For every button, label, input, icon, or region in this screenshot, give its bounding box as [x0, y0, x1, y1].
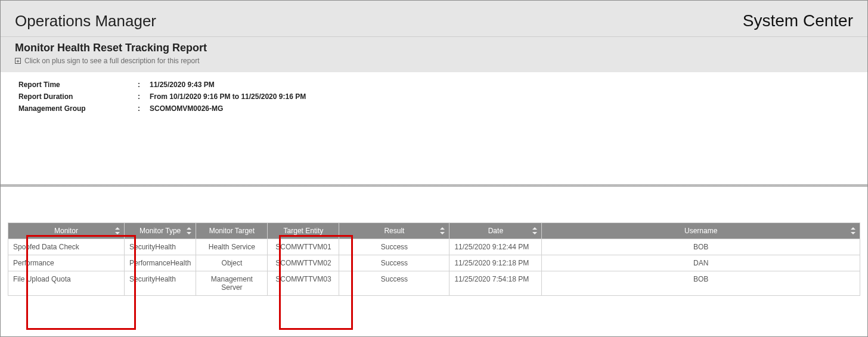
meta-value-duration: From 10/1/2020 9:16 PM to 11/25/2020 9:1…: [150, 92, 306, 101]
report-title: Monitor Health Reset Tracking Report: [15, 42, 853, 54]
results-table: Monitor Monitor Type Monitor Target Targ…: [8, 222, 860, 296]
cell-username: DAN: [542, 255, 860, 271]
meta-value-time: 11/25/2020 9:43 PM: [150, 81, 215, 89]
svg-marker-2: [187, 227, 191, 230]
cell-monitor: File Upload Quota: [8, 271, 125, 296]
table-row[interactable]: Performance PerformanceHealth Object SCO…: [8, 255, 860, 271]
cell-monitor: Spoofed Data Check: [8, 239, 125, 255]
col-date[interactable]: Date: [450, 223, 542, 239]
cell-username: BOB: [542, 271, 860, 296]
svg-marker-8: [851, 227, 855, 230]
svg-marker-7: [532, 232, 537, 234]
cell-target-entity: SCOMWTTVM03: [268, 271, 339, 296]
cell-target-entity: SCOMWTTVM02: [268, 255, 339, 271]
hint-row: + Click on plus sign to see a full descr…: [15, 57, 853, 65]
section-divider: [1, 184, 867, 187]
cell-monitor: Performance: [8, 255, 125, 271]
cell-result: Success: [339, 239, 450, 255]
cell-monitor-target: Object: [196, 255, 268, 271]
cell-date: 11/25/2020 7:54:18 PM: [450, 271, 542, 296]
sort-icon[interactable]: [850, 227, 856, 235]
cell-result: Success: [339, 271, 450, 296]
cell-monitor-type: SecurityHealth: [125, 271, 196, 296]
app-header: Operations Manager System Center: [1, 1, 867, 37]
meta-label-duration: Report Duration: [18, 92, 138, 101]
report-meta: Report Time : 11/25/2020 9:43 PM Report …: [1, 72, 867, 113]
col-monitor[interactable]: Monitor: [8, 223, 125, 239]
col-username[interactable]: Username: [542, 223, 860, 239]
cell-date: 11/25/2020 9:12:18 PM: [450, 255, 542, 271]
cell-monitor-target: Management Server: [196, 271, 268, 296]
col-monitor-type[interactable]: Monitor Type: [125, 223, 196, 239]
svg-marker-3: [187, 232, 191, 234]
svg-marker-0: [115, 227, 120, 230]
meta-value-mgmt-group: SCOMOMVM0026-MG: [150, 104, 223, 113]
sort-icon[interactable]: [114, 227, 120, 235]
sort-icon[interactable]: [186, 227, 192, 235]
svg-marker-6: [532, 227, 537, 230]
col-result[interactable]: Result: [339, 223, 450, 239]
cell-username: BOB: [542, 239, 860, 255]
col-monitor-target[interactable]: Monitor Target: [196, 223, 268, 239]
report-subheader: Monitor Health Reset Tracking Report + C…: [1, 37, 867, 72]
table-header-row: Monitor Monitor Type Monitor Target Targ…: [8, 223, 860, 239]
meta-label-time: Report Time: [18, 81, 138, 89]
cell-monitor-target: Health Service: [196, 239, 268, 255]
svg-marker-1: [115, 232, 120, 234]
report-page: Operations Manager System Center Monitor…: [0, 0, 868, 337]
app-title: Operations Manager: [15, 12, 156, 30]
results-table-wrap: Monitor Monitor Type Monitor Target Targ…: [1, 222, 867, 296]
cell-monitor-type: PerformanceHealth: [125, 255, 196, 271]
svg-marker-9: [851, 232, 855, 234]
cell-target-entity: SCOMWTTVM01: [268, 239, 339, 255]
table-row[interactable]: Spoofed Data Check SecurityHealth Health…: [8, 239, 860, 255]
svg-marker-5: [440, 232, 445, 234]
meta-label-mgmt-group: Management Group: [18, 104, 138, 113]
cell-result: Success: [339, 255, 450, 271]
svg-marker-4: [440, 227, 445, 230]
cell-monitor-type: SecurityHealth: [125, 239, 196, 255]
cell-date: 11/25/2020 9:12:44 PM: [450, 239, 542, 255]
expand-plus-icon[interactable]: +: [15, 58, 21, 64]
sort-icon[interactable]: [532, 227, 538, 235]
table-row[interactable]: File Upload Quota SecurityHealth Managem…: [8, 271, 860, 296]
brand-title: System Center: [743, 11, 853, 30]
sort-icon[interactable]: [439, 227, 445, 235]
col-target-entity[interactable]: Target Entity: [268, 223, 339, 239]
hint-text: Click on plus sign to see a full descrip…: [24, 57, 199, 65]
